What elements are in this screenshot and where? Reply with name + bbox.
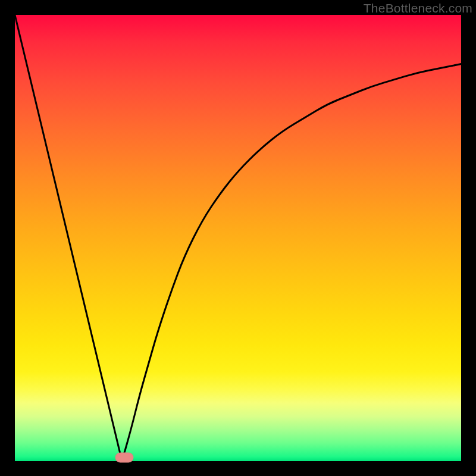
- watermark-text: TheBottleneck.com: [364, 1, 472, 15]
- chart-lines-svg: [15, 15, 461, 461]
- chart-series-right: [122, 64, 461, 462]
- chart-trough-marker: [115, 453, 133, 463]
- chart-frame: TheBottleneck.com: [0, 0, 476, 476]
- chart-plot-area: [15, 15, 461, 461]
- chart-series-left: [15, 15, 122, 461]
